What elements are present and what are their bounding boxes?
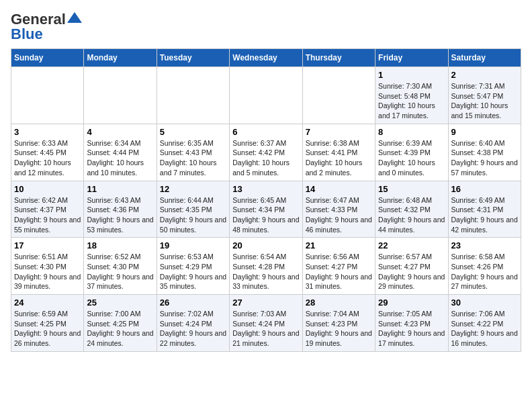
- day-info-line: Daylight: 9 hours and 44 minutes.: [378, 215, 445, 234]
- day-info-line: Sunrise: 6:37 AM: [232, 138, 299, 148]
- day-number: 14: [306, 184, 372, 194]
- day-info-line: Daylight: 10 hours and 5 minutes.: [232, 158, 299, 177]
- calendar-cell: 6Sunrise: 6:37 AMSunset: 4:42 PMDaylight…: [230, 124, 302, 181]
- day-info-line: Daylight: 9 hours and 26 minutes.: [14, 328, 81, 348]
- calendar-cell: 8Sunrise: 6:39 AMSunset: 4:39 PMDaylight…: [375, 124, 448, 181]
- day-info-line: Daylight: 9 hours and 50 minutes.: [160, 215, 226, 234]
- day-info-line: Sunset: 4:41 PM: [306, 148, 372, 158]
- calendar-cell: 3Sunrise: 6:33 AMSunset: 4:45 PMDaylight…: [11, 124, 84, 181]
- day-info-line: Sunset: 4:27 PM: [378, 262, 445, 272]
- day-info-line: Sunrise: 7:05 AM: [378, 309, 445, 319]
- day-number: 21: [306, 240, 372, 250]
- day-info-line: Daylight: 9 hours and 19 minutes.: [306, 328, 372, 348]
- day-info-line: Sunrise: 6:57 AM: [378, 252, 445, 262]
- day-info-line: Daylight: 9 hours and 22 minutes.: [160, 328, 226, 348]
- calendar-cell: 5Sunrise: 6:35 AMSunset: 4:43 PMDaylight…: [157, 124, 229, 181]
- calendar-cell: 25Sunrise: 7:00 AMSunset: 4:25 PMDayligh…: [84, 295, 157, 352]
- calendar-cell: 30Sunrise: 7:06 AMSunset: 4:22 PMDayligh…: [448, 295, 521, 352]
- day-info-line: Sunrise: 6:58 AM: [451, 252, 518, 262]
- day-info-line: Daylight: 10 hours and 7 minutes.: [160, 158, 226, 177]
- day-info-line: Sunrise: 6:33 AM: [14, 138, 81, 148]
- day-number: 4: [87, 127, 153, 137]
- day-info-line: Sunset: 4:24 PM: [160, 319, 226, 329]
- day-info-line: Sunset: 4:23 PM: [306, 319, 372, 329]
- day-info-line: Sunrise: 6:35 AM: [160, 138, 226, 148]
- day-number: 12: [160, 184, 226, 194]
- calendar-cell: 21Sunrise: 6:56 AMSunset: 4:27 PMDayligh…: [302, 238, 375, 295]
- day-info-line: Sunrise: 6:54 AM: [232, 252, 299, 262]
- day-info-line: Sunrise: 6:48 AM: [378, 195, 445, 205]
- day-info-line: Daylight: 9 hours and 29 minutes.: [378, 272, 445, 291]
- calendar-week-row: 24Sunrise: 6:59 AMSunset: 4:25 PMDayligh…: [11, 295, 521, 352]
- day-number: 9: [451, 127, 518, 137]
- day-info-line: Sunset: 5:48 PM: [378, 91, 445, 101]
- day-number: 16: [451, 184, 518, 194]
- day-info-line: Daylight: 9 hours and 27 minutes.: [451, 272, 518, 291]
- day-info-line: Sunrise: 6:52 AM: [87, 252, 153, 262]
- day-info-line: Daylight: 10 hours and 12 minutes.: [14, 158, 81, 177]
- calendar-cell: 28Sunrise: 7:04 AMSunset: 4:23 PMDayligh…: [302, 295, 375, 352]
- day-info-line: Sunset: 4:38 PM: [451, 148, 518, 158]
- calendar-header: SundayMondayTuesdayWednesdayThursdayFrid…: [11, 49, 521, 67]
- day-number: 25: [87, 298, 153, 308]
- day-info-line: Sunrise: 6:34 AM: [87, 138, 153, 148]
- day-info-line: Sunrise: 6:42 AM: [14, 195, 81, 205]
- day-info-line: Sunset: 4:26 PM: [451, 262, 518, 272]
- day-info-line: Sunrise: 7:06 AM: [451, 309, 518, 319]
- day-number: 8: [378, 127, 445, 137]
- day-info-line: Sunset: 5:47 PM: [451, 91, 518, 101]
- day-info-line: Sunrise: 6:56 AM: [306, 252, 372, 262]
- day-info-line: Sunset: 4:25 PM: [14, 319, 81, 329]
- calendar-cell: 17Sunrise: 6:51 AMSunset: 4:30 PMDayligh…: [11, 238, 84, 295]
- day-info-line: Sunrise: 6:59 AM: [14, 309, 81, 319]
- day-number: 10: [14, 184, 81, 194]
- day-number: 6: [232, 127, 299, 137]
- day-info-line: Sunrise: 6:51 AM: [14, 252, 81, 262]
- logo-icon: [67, 12, 82, 23]
- calendar-day-header: Tuesday: [157, 49, 229, 67]
- day-info-line: Sunset: 4:24 PM: [232, 319, 299, 329]
- calendar-cell: 26Sunrise: 7:02 AMSunset: 4:24 PMDayligh…: [157, 295, 229, 352]
- day-number: 5: [160, 127, 226, 137]
- day-info-line: Sunrise: 7:04 AM: [306, 309, 372, 319]
- calendar-cell: 14Sunrise: 6:47 AMSunset: 4:33 PMDayligh…: [302, 181, 375, 238]
- calendar-cell: 19Sunrise: 6:53 AMSunset: 4:29 PMDayligh…: [157, 238, 229, 295]
- day-info-line: Daylight: 10 hours and 15 minutes.: [451, 101, 518, 120]
- calendar-day-header: Friday: [375, 49, 448, 67]
- day-info-line: Sunrise: 6:45 AM: [232, 195, 299, 205]
- day-info-line: Sunset: 4:33 PM: [306, 205, 372, 215]
- day-info-line: Sunrise: 6:40 AM: [451, 138, 518, 148]
- calendar-cell: 27Sunrise: 7:03 AMSunset: 4:24 PMDayligh…: [230, 295, 302, 352]
- day-number: 11: [87, 184, 153, 194]
- day-info-line: Daylight: 9 hours and 37 minutes.: [87, 272, 153, 291]
- calendar-week-row: 1Sunrise: 7:30 AMSunset: 5:48 PMDaylight…: [11, 67, 521, 124]
- day-number: 28: [306, 298, 372, 308]
- calendar: SundayMondayTuesdayWednesdayThursdayFrid…: [11, 48, 521, 352]
- calendar-day-header: Monday: [84, 49, 157, 67]
- day-info-line: Sunset: 4:27 PM: [306, 262, 372, 272]
- day-info-line: Daylight: 9 hours and 42 minutes.: [451, 215, 518, 234]
- day-number: 15: [378, 184, 445, 194]
- day-info-line: Sunset: 4:30 PM: [14, 262, 81, 272]
- day-info-line: Sunset: 4:25 PM: [87, 319, 153, 329]
- calendar-cell: 20Sunrise: 6:54 AMSunset: 4:28 PMDayligh…: [230, 238, 302, 295]
- day-info-line: Daylight: 10 hours and 17 minutes.: [378, 101, 445, 120]
- day-info-line: Sunrise: 7:03 AM: [232, 309, 299, 319]
- day-number: 20: [232, 240, 299, 250]
- day-info-line: Sunrise: 7:30 AM: [378, 81, 445, 91]
- calendar-day-header: Wednesday: [230, 49, 302, 67]
- day-info-line: Daylight: 9 hours and 16 minutes.: [451, 328, 518, 348]
- day-info-line: Daylight: 9 hours and 48 minutes.: [232, 215, 299, 234]
- day-info-line: Sunrise: 7:31 AM: [451, 81, 518, 91]
- logo: General Blue: [11, 11, 82, 43]
- day-info-line: Sunset: 4:30 PM: [87, 262, 153, 272]
- day-number: 13: [232, 184, 299, 194]
- day-info-line: Sunset: 4:35 PM: [160, 205, 226, 215]
- calendar-cell: 16Sunrise: 6:49 AMSunset: 4:31 PMDayligh…: [448, 181, 521, 238]
- calendar-cell: 4Sunrise: 6:34 AMSunset: 4:44 PMDaylight…: [84, 124, 157, 181]
- day-info-line: Daylight: 9 hours and 24 minutes.: [87, 328, 153, 348]
- day-info-line: Sunrise: 6:47 AM: [306, 195, 372, 205]
- day-info-line: Daylight: 9 hours and 57 minutes.: [451, 158, 518, 177]
- calendar-cell: 15Sunrise: 6:48 AMSunset: 4:32 PMDayligh…: [375, 181, 448, 238]
- calendar-cell: 1Sunrise: 7:30 AMSunset: 5:48 PMDaylight…: [375, 67, 448, 124]
